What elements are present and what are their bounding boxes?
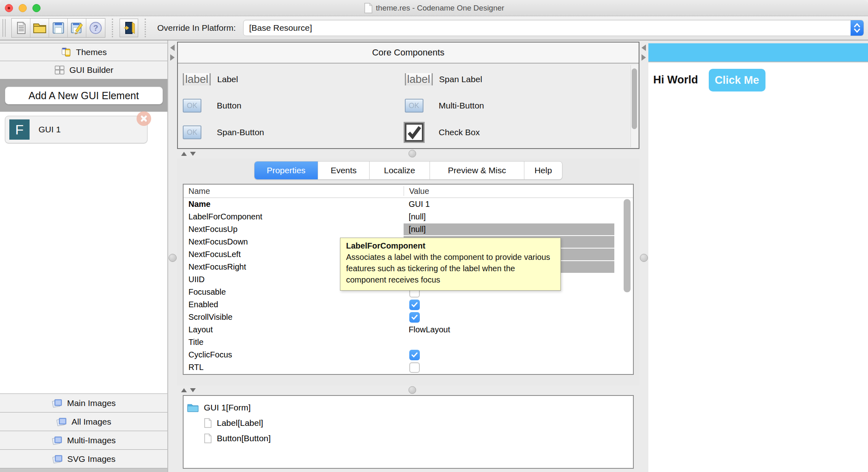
splitter-handle[interactable] <box>640 254 648 262</box>
tab-localize[interactable]: Localize <box>370 162 430 179</box>
tab-events[interactable]: Events <box>318 162 370 179</box>
table-row[interactable]: Name GUI 1 <box>184 198 633 210</box>
checkbox-unchecked-icon[interactable] <box>409 362 420 373</box>
table-row[interactable]: Layout FlowLayout <box>184 323 633 336</box>
table-row[interactable]: LabelForComponent [null] <box>184 210 633 223</box>
tree-node-form[interactable]: GUI 1[Form] <box>187 400 630 415</box>
sidebar-item-label: GUI Builder <box>69 65 113 75</box>
column-header-value[interactable]: Value <box>404 186 633 196</box>
sidebar-item-label: All Images <box>71 417 111 427</box>
center-panel: Core Components label Label label Span L… <box>177 40 639 472</box>
checkbox-checked-icon[interactable] <box>409 350 420 360</box>
tooltip-body: Associates a label with the component to… <box>346 251 555 285</box>
preview-splitter[interactable] <box>639 40 648 472</box>
horizontal-splitter[interactable] <box>177 149 639 159</box>
property-value[interactable]: FlowLayout <box>404 325 450 334</box>
property-value[interactable]: [null] <box>404 212 425 221</box>
combobox-stepper-icon[interactable] <box>851 20 864 36</box>
save-as-button[interactable] <box>68 19 86 37</box>
palette-item-multi-button[interactable]: OK Multi-Button <box>405 93 627 119</box>
property-value[interactable]: GUI 1 <box>404 200 430 209</box>
tab-help[interactable]: Help <box>524 162 562 179</box>
expand-right-icon[interactable] <box>641 54 646 61</box>
delete-gui-element-icon[interactable] <box>137 111 151 126</box>
expand-right-icon[interactable] <box>170 54 175 61</box>
collapse-up-icon[interactable] <box>181 388 187 392</box>
help-icon: ? <box>88 21 103 35</box>
sidebar-item-multi-images[interactable]: Multi-Images <box>0 431 167 449</box>
horizontal-splitter[interactable] <box>177 385 639 395</box>
preview-click-me-button[interactable]: Click Me <box>709 69 765 91</box>
sidebar: Themes GUI Builder Add A New GUI Element… <box>0 40 168 472</box>
collapse-up-icon[interactable] <box>181 152 187 156</box>
save-button[interactable] <box>49 19 68 37</box>
close-window-icon[interactable] <box>5 4 13 12</box>
preview-form-body: Hi World Click Me <box>648 62 868 472</box>
collapse-down-icon[interactable] <box>190 152 196 156</box>
titlebar: theme.res - Codename One Designer <box>0 0 868 16</box>
collapse-down-icon[interactable] <box>190 388 196 392</box>
traffic-lights <box>5 4 41 12</box>
tree-node-button-component[interactable]: Button[Button] <box>187 431 630 446</box>
sidebar-item-all-images[interactable]: All Images <box>0 412 167 431</box>
properties-scrollbar-thumb[interactable] <box>624 199 631 292</box>
table-row[interactable]: ScrollVisible <box>184 311 633 323</box>
palette-item-check-box[interactable]: Check Box <box>405 119 627 146</box>
scrollbar-thumb[interactable] <box>632 68 637 129</box>
collapse-left-icon[interactable] <box>170 45 175 51</box>
tab-preview-misc[interactable]: Preview & Misc <box>430 162 524 179</box>
platform-combobox-value: [Base Resource] <box>244 23 312 33</box>
table-row[interactable]: NextFocusUp [null] <box>184 223 633 236</box>
core-components-panel: Core Components label Label label Span L… <box>177 42 639 149</box>
sidebar-item-gui-builder[interactable]: GUI Builder <box>0 61 167 79</box>
splitter-handle[interactable] <box>408 386 416 394</box>
add-new-gui-element-button[interactable]: Add A New GUI Element <box>5 87 163 104</box>
table-row[interactable]: RTL <box>184 361 633 374</box>
toolbar-grip[interactable] <box>2 19 6 37</box>
properties-panel: Properties Events Localize Preview & Mis… <box>177 159 639 385</box>
sidebar-item-svg-images[interactable]: SVG Images <box>0 449 167 468</box>
sidebar-item-themes[interactable]: Themes <box>0 43 167 61</box>
save-edit-icon <box>70 21 84 35</box>
gui-element-card[interactable]: F GUI 1 <box>5 116 148 143</box>
save-icon <box>51 21 66 35</box>
palette-item-span-button[interactable]: OK Span-Button <box>183 119 405 146</box>
palette-item-label[interactable]: label Label <box>183 66 405 93</box>
platform-combobox[interactable]: [Base Resource] <box>243 20 864 36</box>
help-button[interactable]: ? <box>86 19 105 37</box>
core-components-scrollbar[interactable] <box>631 65 638 147</box>
splitter-handle[interactable] <box>169 254 177 262</box>
tree-node-label-component[interactable]: Label[Label] <box>187 415 630 431</box>
form-badge: F <box>9 119 30 140</box>
sidebar-item-main-images[interactable]: Main Images <box>0 393 167 412</box>
sidebar-splitter[interactable] <box>168 40 177 472</box>
images-icon <box>51 398 63 408</box>
tree-node-label: Button[Button] <box>217 434 271 443</box>
ok-button-icon: OK <box>183 99 201 113</box>
preview-form-titlebar <box>648 43 868 62</box>
zoom-window-icon[interactable] <box>32 4 41 12</box>
exit-button[interactable] <box>120 19 138 37</box>
open-resource-button[interactable] <box>30 19 49 37</box>
table-row[interactable]: CyclicFocus <box>184 349 633 361</box>
override-in-platform-label: Override In Platform: <box>157 23 236 33</box>
exit-door-icon <box>122 21 136 35</box>
tab-properties[interactable]: Properties <box>254 162 318 179</box>
gui-element-name: GUI 1 <box>38 125 61 134</box>
property-tooltip: LabelForComponent Associates a label wit… <box>340 238 561 291</box>
palette-item-button[interactable]: OK Button <box>183 93 405 119</box>
column-header-name[interactable]: Name <box>184 187 404 196</box>
sidebar-item-label: Themes <box>76 47 107 57</box>
palette-item-span-label[interactable]: label Span Label <box>405 66 627 93</box>
property-value-cell-selected[interactable]: [null] <box>404 223 614 235</box>
folder-icon <box>187 403 199 412</box>
new-document-button[interactable] <box>12 19 30 37</box>
table-row[interactable]: Title <box>184 336 633 349</box>
checkbox-checked-icon[interactable] <box>409 300 420 310</box>
checkbox-checked-icon[interactable] <box>409 312 420 323</box>
table-row[interactable]: Enabled <box>184 298 633 311</box>
minimize-window-icon[interactable] <box>19 4 27 12</box>
collapse-left-icon[interactable] <box>641 45 646 51</box>
splitter-handle[interactable] <box>408 150 416 157</box>
themes-icon <box>61 47 72 58</box>
